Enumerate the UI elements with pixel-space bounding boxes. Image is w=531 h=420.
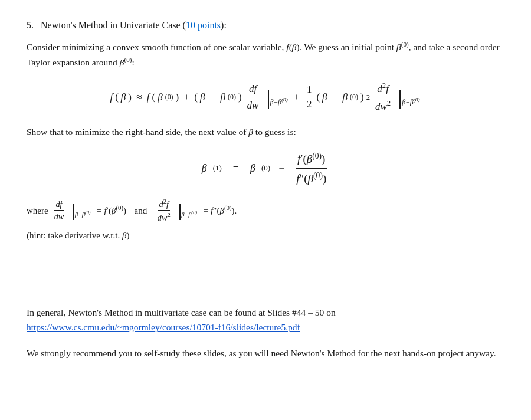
problem-title: 5. Newton's Method in Univariate Case (1… [27,18,504,33]
next-value-equation: β(1) = β(0) − f′(β(0)) f″(β(0)) [27,150,504,188]
problem-number: 5. [27,20,34,30]
where-label: where [27,204,48,218]
recommend-text: We strongly recommend you to self-study … [27,346,504,361]
taylor-expansion-equation: f(β) ≈ f(β(0)) + (β − β(0)) df dw β=β(0)… [27,81,504,114]
where-line: where df dw β=β(0) = f′(β(0)) and d2f dw… [27,198,504,224]
problem-points: 10 points [186,20,221,30]
intro-text: Consider minimizing a convex smooth func… [27,39,504,70]
general-note: In general, Newton's Method in multivari… [27,305,504,335]
general-note-text: In general, Newton's Method in multivari… [27,307,336,317]
hint-text: (hint: take derivative w.r.t. β) [27,228,504,242]
lecture-link[interactable]: https://www.cs.cmu.edu/~mgormley/courses… [27,322,300,332]
problem-title-text: Newton's Method in Univariate Case [41,20,181,30]
problem-container: 5. Newton's Method in Univariate Case (1… [27,18,504,360]
show-text: Show that to minimize the right-hand sid… [27,124,504,140]
